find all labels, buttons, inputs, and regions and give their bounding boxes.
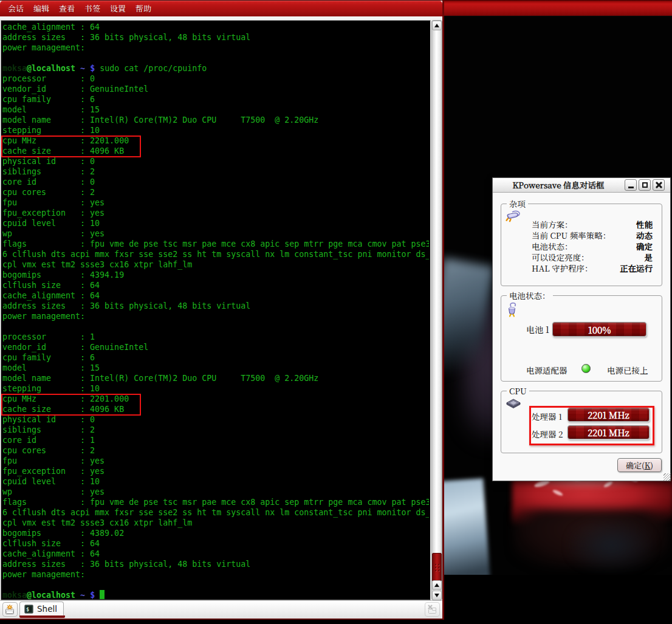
scroll-up-button-bottom[interactable]	[432, 580, 442, 590]
misc-info-value: 性能	[636, 218, 653, 230]
terminal-line: core id : 0	[2, 177, 429, 187]
misc-info-value: 动态	[636, 229, 653, 241]
terminal-line: cpuid level : 10	[2, 218, 429, 228]
tab-shell[interactable]: $ Shell	[19, 602, 64, 615]
close-icon	[656, 182, 662, 188]
arrow-up-icon	[434, 24, 439, 27]
cpu-groupbox-label: CPU	[507, 386, 529, 396]
new-session-icon	[4, 604, 16, 615]
maximize-button[interactable]	[639, 179, 651, 191]
svg-text:$: $	[26, 606, 29, 612]
menu-item-6[interactable]: 帮助	[131, 1, 156, 16]
terminal-line: siblings : 2	[2, 425, 429, 435]
battery-1-label: 电池 1	[526, 323, 549, 335]
terminal-icon: $	[24, 605, 33, 614]
terminal-line	[2, 580, 429, 590]
menu-item-3[interactable]: 查看	[54, 1, 80, 16]
tab-shell-label: Shell	[37, 604, 57, 614]
desktop: 会话编辑查看书签设置帮助 cache_alignment : 64address…	[0, 0, 672, 624]
terminal-line: fpu_exception : yes	[2, 208, 429, 218]
terminal-line: model : 15	[2, 363, 429, 373]
maximize-icon	[642, 182, 648, 188]
menu-bar: 会话编辑查看书签设置帮助	[0, 1, 442, 16]
terminal-line: 6 clflush dts acpi mmx fxsr sse sse2 ss …	[2, 249, 429, 259]
terminal-line: vendor_id : GenuineIntel	[2, 342, 429, 352]
terminal-line: vendor_id : GenuineIntel	[2, 84, 429, 94]
terminal-line: physical id : 0	[2, 414, 429, 425]
ac-adapter-status: 电源已接上	[607, 364, 648, 376]
terminal-line: address sizes : 36 bits physical, 48 bit…	[2, 32, 429, 43]
dialog-titlebar[interactable]: KPowersave 信息对话框	[493, 178, 670, 193]
misc-info-value: 确定	[636, 240, 653, 252]
terminal-line: cpu MHz : 2201.000	[2, 135, 429, 146]
misc-info-label: 当前方案：	[532, 218, 573, 230]
misc-info-value: 是	[645, 251, 653, 263]
close-session-button[interactable]	[425, 602, 440, 617]
terminal-line: processor : 1	[2, 332, 429, 342]
terminal-view[interactable]: cache_alignment : 64address sizes : 36 b…	[1, 20, 431, 600]
terminal-scrollbar[interactable]	[431, 20, 442, 600]
ac-adapter-led-icon	[581, 364, 591, 373]
misc-info-value: 正在运行	[620, 262, 653, 274]
tab-bar: $ Shell	[0, 600, 442, 619]
terminal-line: cpl vmx est tm2 ssse3 cx16 xtpr lahf_lm	[2, 259, 429, 270]
misc-info-row: 当前 CPU 频率策略：动态	[532, 230, 653, 241]
terminal-line: stepping : 10	[2, 125, 429, 135]
scrollbar-thumb[interactable]	[432, 553, 442, 581]
scroll-up-button[interactable]	[432, 21, 442, 30]
arrow-down-icon	[434, 594, 439, 597]
terminal-cursor	[100, 590, 105, 599]
terminal-line: siblings : 2	[2, 166, 429, 177]
minimize-icon	[628, 187, 634, 188]
terminal-line: cpu family : 6	[2, 352, 429, 363]
terminal-line: model name : Intel(R) Core(TM)2 Duo CPU …	[2, 373, 429, 383]
misc-info-row: 当前方案：性能	[532, 219, 653, 230]
thumb-grip-icon	[435, 564, 436, 565]
terminal-line: cache size : 4096 KB	[2, 146, 429, 156]
terminal-line: fpu : yes	[2, 197, 429, 208]
minimize-button[interactable]	[625, 179, 637, 191]
battery-1-value: 100%	[588, 323, 611, 336]
terminal-line: cpu family : 6	[2, 94, 429, 105]
new-session-button[interactable]	[2, 602, 18, 617]
cpu-highlight-annotation	[529, 406, 654, 445]
menu-item-5[interactable]: 设置	[105, 1, 131, 16]
video-frame-blue-fabric	[444, 478, 490, 583]
terminal-line: bogomips : 4389.02	[2, 528, 429, 538]
konsole-window: 会话编辑查看书签设置帮助 cache_alignment : 64address…	[0, 0, 444, 620]
misc-info-row: 可以设定亮度：是	[532, 252, 653, 262]
terminal-line: cpu MHz : 2201.000	[2, 394, 429, 404]
menu-item-1[interactable]: 会话	[3, 1, 29, 16]
dialog-title: KPowersave 信息对话框	[493, 178, 624, 192]
arrow-up-icon	[434, 583, 439, 587]
close-button[interactable]	[653, 179, 665, 191]
menu-item-4[interactable]: 书签	[80, 1, 105, 16]
misc-groupbox-label: 杂项	[507, 199, 528, 209]
terminal-line: power management:	[2, 569, 429, 580]
misc-info-label: 可以设定亮度：	[532, 251, 589, 263]
terminal-line: cpuid level : 10	[2, 476, 429, 487]
ac-adapter-label: 电源适配器	[526, 364, 567, 376]
cpu-chip-icon	[506, 398, 521, 411]
terminal-line: moksa@localhost ~ $ sudo cat /proc/cpuin…	[2, 63, 429, 74]
menu-item-2[interactable]: 编辑	[29, 1, 54, 16]
terminal-line: power management:	[2, 311, 429, 321]
power-scheme-icon	[505, 210, 522, 225]
background-window-titlebar	[444, 0, 672, 16]
terminal-line: model name : Intel(R) Core(TM)2 Duo CPU …	[2, 115, 429, 125]
terminal-line	[2, 321, 429, 332]
terminal-line: clflush size : 64	[2, 280, 429, 290]
terminal-line: core id : 1	[2, 435, 429, 445]
battery-1-progressbar: 100%	[552, 322, 646, 337]
terminal-line: clflush size : 64	[2, 538, 429, 549]
resize-grip[interactable]	[663, 473, 671, 481]
terminal-line: wp : yes	[2, 228, 429, 239]
ok-button[interactable]: 确定(K)	[617, 458, 662, 472]
scroll-down-button[interactable]	[432, 591, 442, 600]
terminal-line	[2, 53, 429, 63]
terminal-line: wp : yes	[2, 487, 429, 497]
misc-info-label: 电池状态：	[532, 240, 573, 252]
battery-groupbox-label: 电池状态：	[507, 290, 553, 301]
terminal-line: model : 15	[2, 105, 429, 115]
battery-plug-icon	[506, 301, 521, 317]
